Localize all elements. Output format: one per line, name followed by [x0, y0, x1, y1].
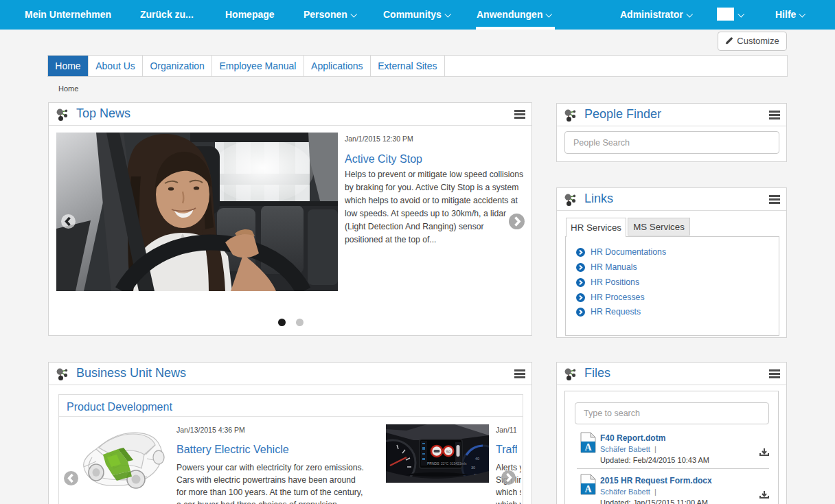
svg-text:22°C: 22°C [441, 461, 449, 466]
svg-text:30: 30 [471, 466, 475, 470]
svg-text:PRNDS: PRNDS [427, 461, 439, 466]
svg-text:A: A [584, 442, 592, 453]
svg-text:50: 50 [446, 450, 451, 454]
svg-text:A: A [584, 484, 592, 494]
svg-text:40: 40 [475, 457, 479, 461]
svg-text:015423mls: 015423mls [450, 461, 467, 466]
